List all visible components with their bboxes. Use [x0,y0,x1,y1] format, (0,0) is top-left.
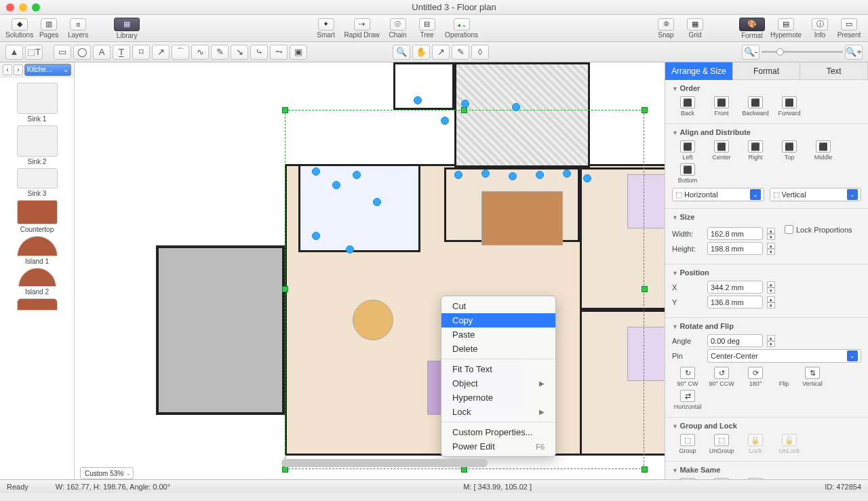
order-back[interactable]: ⬛Back [672,96,703,117]
ctx-object[interactable]: Object▶ [441,376,555,390]
same-size[interactable]: ◫Size [672,478,703,479]
canvas[interactable]: Cut Copy Paste Delete Fit To Text Object… [75,62,665,479]
tree-button[interactable]: ⊟Tree [414,16,441,41]
tab-format[interactable]: Format [733,62,801,80]
flip-vertical[interactable]: ⇅Vertical [797,367,828,387]
library-item-island1[interactable]: Island 1 [7,235,68,265]
tab-text[interactable]: Text [800,62,868,80]
minimize-window-button[interactable] [19,3,27,12]
distribute-horizontal[interactable]: ⬚ Horizontal⌄ [672,188,764,201]
select-tool[interactable]: ▲ [5,45,23,60]
library-item-sink3[interactable]: Sink 3 [7,167,68,197]
rotate-cw[interactable]: ↻90° CW [672,367,703,387]
ctx-delete[interactable]: Delete [441,342,555,356]
callout-tool[interactable]: ⌑ [132,45,150,60]
ellipse-tool[interactable]: ◯ [73,45,91,60]
ctx-hypernote[interactable]: Hypernote [441,390,555,405]
x-input[interactable]: 344.2 mm [707,281,763,294]
connector-tool[interactable]: ↘ [231,45,248,60]
zoom-window-button[interactable] [32,3,40,12]
y-stepper[interactable]: ▴▾ [767,296,775,308]
lock-proportions-checkbox[interactable]: Lock Proportions [785,225,852,234]
zoom-out-button[interactable]: 🔍- [742,45,760,60]
group-button[interactable]: ⬚Group [672,434,703,454]
y-input[interactable]: 136.8 mm [707,296,763,308]
align-center[interactable]: ⬛Center [706,140,737,161]
layers-button[interactable]: ≡Layers [64,16,92,41]
library-next-button[interactable]: › [14,64,23,75]
pin-select[interactable]: Center-Center⌄ [707,349,861,363]
stamp-tool[interactable]: ▣ [290,45,307,60]
unlock-button[interactable]: 🔓UnLock [774,434,805,454]
rotate-180[interactable]: ⟳180° [740,367,771,387]
text-select-tool[interactable]: ⬚T [25,45,43,60]
arc-tool[interactable]: ⌒ [172,45,189,60]
library-selector[interactable]: Kitche…⌄ [24,64,71,76]
rapid-draw-button[interactable]: ⇢Rapid Draw [342,16,382,41]
library-item-sink2[interactable]: Sink 2 [7,124,68,165]
zoom-select[interactable]: Custom 53%⌃⌄ [80,467,134,479]
ctx-lock[interactable]: Lock▶ [441,405,555,419]
hand-tool[interactable]: ✋ [412,45,430,60]
x-stepper[interactable]: ▴▾ [767,281,775,294]
flip-horizontal[interactable]: ⇄Horizontal [672,390,703,410]
library-prev-button[interactable]: ‹ [3,64,12,75]
text-tool[interactable]: A [93,45,111,60]
present-button[interactable]: ▭Present [835,16,863,41]
align-right[interactable]: ⬛Right [740,140,771,161]
same-width[interactable]: ◫Width [706,478,737,479]
rotate-ccw[interactable]: ↺90° CCW [706,367,737,387]
zoom-tool[interactable]: 🔍 [393,45,410,60]
same-height[interactable]: ◫Height [740,478,771,479]
align-top[interactable]: ⬛Top [774,140,805,161]
align-bottom[interactable]: ⬛Bottom [672,163,703,184]
ctx-paste[interactable]: Paste [441,327,555,342]
ctx-power-edit[interactable]: Power EditF6 [441,439,555,454]
info-button[interactable]: ⓘInfo [806,16,833,41]
snap-button[interactable]: ❊Snap [652,16,679,41]
library-item-island2[interactable]: Island 2 [7,266,68,296]
smart-connector-tool[interactable]: ⤷ [250,45,268,60]
pages-button[interactable]: ▥Pages [35,16,62,41]
order-front[interactable]: ⬛Front [706,96,737,117]
zoom-slider[interactable] [762,51,843,53]
zoom-in-button[interactable]: 🔍+ [845,45,863,60]
height-input[interactable]: 198.8 mm [707,242,763,255]
library-button[interactable]: ▦Library [113,16,140,41]
curve-connector-tool[interactable]: ⤳ [270,45,288,60]
align-left[interactable]: ⬛Left [672,140,703,161]
library-item-extra[interactable] [7,297,68,312]
grid-button[interactable]: ▦Grid [682,16,709,41]
library-item-sink1[interactable]: Sink 1 [7,81,68,123]
picker-tool[interactable]: ↗ [432,45,450,60]
tab-arrange[interactable]: Arrange & Size [665,62,733,80]
align-middle[interactable]: ⬛Middle [808,140,839,161]
ctx-copy[interactable]: Copy [441,313,555,327]
chain-button[interactable]: ⦾Chain [384,16,412,41]
height-stepper[interactable]: ▴▾ [767,243,775,255]
eyedropper-tool[interactable]: ✎ [452,45,469,60]
library-item-countertop[interactable]: Countertop [7,199,68,233]
ctx-custom-properties[interactable]: Custom Properties... [441,425,555,439]
operations-button[interactable]: ⬥▾Operations [443,16,481,41]
rect-tool[interactable]: ▭ [54,45,71,60]
close-window-button[interactable] [6,3,14,12]
width-input[interactable]: 162.8 mm [707,227,763,240]
lock-button[interactable]: 🔒Lock [740,434,771,454]
line-tool[interactable]: ↗ [152,45,170,60]
textbox-tool[interactable]: T̲ [113,45,130,60]
distribute-vertical[interactable]: ⬚ Vertical⌄ [770,188,862,201]
width-stepper[interactable]: ▴▾ [767,228,775,240]
angle-stepper[interactable]: ▴▾ [767,335,775,347]
order-forward[interactable]: ⬛Forward [774,96,805,117]
solutions-button[interactable]: ◆Solutions [5,16,33,41]
ctx-fit-to-text[interactable]: Fit To Text [441,362,555,376]
ungroup-button[interactable]: ⬚UnGroup [706,434,737,454]
smart-button[interactable]: ✦Smart [313,16,340,41]
order-backward[interactable]: ⬛Backward [740,96,771,117]
ctx-cut[interactable]: Cut [441,299,555,313]
eraser-tool[interactable]: ◊ [471,45,489,60]
angle-input[interactable]: 0.00 deg [707,334,763,347]
hypernote-button[interactable]: ▤Hypernote [768,16,804,41]
format-button[interactable]: 🎨Format [738,16,766,41]
